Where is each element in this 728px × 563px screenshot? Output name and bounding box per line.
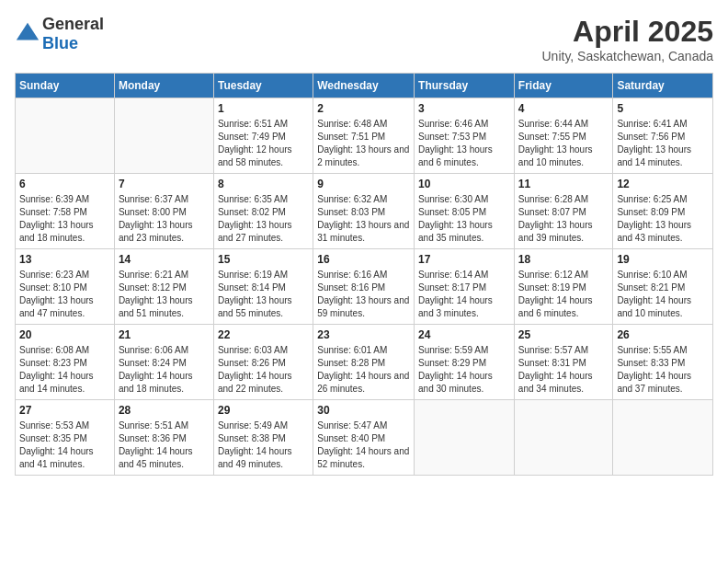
day-number: 25 — [518, 328, 609, 341]
calendar-week-5: 27Sunrise: 5:53 AMSunset: 8:35 PMDayligh… — [16, 400, 713, 476]
day-number: 17 — [418, 253, 510, 266]
day-number: 14 — [119, 253, 210, 266]
day-number: 19 — [617, 253, 709, 266]
day-info: Sunrise: 6:01 AMSunset: 8:28 PMDaylight:… — [317, 344, 410, 396]
day-info: Sunrise: 6:39 AMSunset: 7:58 PMDaylight:… — [19, 193, 110, 245]
day-info: Sunrise: 6:37 AMSunset: 8:00 PMDaylight:… — [119, 193, 210, 245]
calendar-cell: 18Sunrise: 6:12 AMSunset: 8:19 PMDayligh… — [514, 249, 613, 325]
calendar-cell: 3Sunrise: 6:46 AMSunset: 7:53 PMDaylight… — [415, 98, 515, 174]
day-info: Sunrise: 6:16 AMSunset: 8:16 PMDaylight:… — [317, 269, 410, 320]
logo-blue-text: Blue — [42, 34, 78, 52]
calendar-week-3: 13Sunrise: 6:23 AMSunset: 8:10 PMDayligh… — [16, 249, 713, 325]
month-title: April 2025 — [541, 15, 713, 49]
day-info: Sunrise: 6:14 AMSunset: 8:17 PMDaylight:… — [418, 269, 510, 320]
day-info: Sunrise: 5:49 AMSunset: 8:38 PMDaylight:… — [218, 419, 309, 471]
calendar-cell: 11Sunrise: 6:28 AMSunset: 8:07 PMDayligh… — [514, 174, 613, 249]
day-number: 7 — [119, 178, 210, 190]
calendar-week-2: 6Sunrise: 6:39 AMSunset: 7:58 PMDaylight… — [16, 174, 713, 249]
day-info: Sunrise: 6:35 AMSunset: 8:02 PMDaylight:… — [218, 193, 309, 245]
calendar-cell: 5Sunrise: 6:41 AMSunset: 7:56 PMDaylight… — [613, 98, 713, 174]
day-info: Sunrise: 6:41 AMSunset: 7:56 PMDaylight:… — [617, 118, 709, 169]
calendar-cell: 23Sunrise: 6:01 AMSunset: 8:28 PMDayligh… — [313, 325, 415, 400]
calendar-header-row: SundayMondayTuesdayWednesdayThursdayFrid… — [16, 74, 713, 98]
day-number: 8 — [218, 178, 309, 190]
day-info: Sunrise: 6:06 AMSunset: 8:24 PMDaylight:… — [119, 344, 210, 396]
calendar-cell: 20Sunrise: 6:08 AMSunset: 8:23 PMDayligh… — [16, 325, 115, 400]
calendar-cell: 7Sunrise: 6:37 AMSunset: 8:00 PMDaylight… — [114, 174, 213, 249]
calendar-cell: 27Sunrise: 5:53 AMSunset: 8:35 PMDayligh… — [16, 400, 115, 476]
calendar-cell: 16Sunrise: 6:16 AMSunset: 8:16 PMDayligh… — [313, 249, 415, 325]
weekday-header-thursday: Thursday — [415, 74, 515, 98]
day-info: Sunrise: 6:48 AMSunset: 7:51 PMDaylight:… — [317, 118, 410, 169]
page-header: General Blue April 2025 Unity, Saskatche… — [15, 15, 713, 63]
day-info: Sunrise: 6:19 AMSunset: 8:14 PMDaylight:… — [218, 269, 309, 320]
calendar-cell — [613, 400, 713, 476]
day-info: Sunrise: 6:44 AMSunset: 7:55 PMDaylight:… — [518, 118, 609, 169]
calendar-cell: 10Sunrise: 6:30 AMSunset: 8:05 PMDayligh… — [415, 174, 515, 249]
day-info: Sunrise: 6:25 AMSunset: 8:09 PMDaylight:… — [617, 193, 709, 245]
day-number: 9 — [317, 178, 410, 190]
day-number: 12 — [617, 178, 709, 190]
calendar-cell — [415, 400, 515, 476]
calendar-cell: 12Sunrise: 6:25 AMSunset: 8:09 PMDayligh… — [613, 174, 713, 249]
weekday-header-tuesday: Tuesday — [213, 74, 313, 98]
day-info: Sunrise: 6:03 AMSunset: 8:26 PMDaylight:… — [218, 344, 309, 396]
day-number: 16 — [317, 253, 410, 266]
calendar-cell: 2Sunrise: 6:48 AMSunset: 7:51 PMDaylight… — [313, 98, 415, 174]
calendar-cell: 9Sunrise: 6:32 AMSunset: 8:03 PMDaylight… — [313, 174, 415, 249]
weekday-header-monday: Monday — [114, 74, 213, 98]
day-number: 6 — [19, 178, 110, 190]
calendar-cell: 26Sunrise: 5:55 AMSunset: 8:33 PMDayligh… — [613, 325, 713, 400]
day-number: 22 — [218, 328, 309, 341]
day-info: Sunrise: 6:28 AMSunset: 8:07 PMDaylight:… — [518, 193, 609, 245]
day-info: Sunrise: 5:47 AMSunset: 8:40 PMDaylight:… — [317, 419, 410, 471]
weekday-header-wednesday: Wednesday — [313, 74, 415, 98]
calendar-body: 1Sunrise: 6:51 AMSunset: 7:49 PMDaylight… — [16, 98, 713, 476]
calendar-week-1: 1Sunrise: 6:51 AMSunset: 7:49 PMDaylight… — [16, 98, 713, 174]
day-number: 3 — [418, 102, 510, 115]
day-number: 30 — [317, 404, 410, 417]
day-info: Sunrise: 5:53 AMSunset: 8:35 PMDaylight:… — [19, 419, 110, 471]
day-number: 2 — [317, 102, 410, 115]
title-area: April 2025 Unity, Saskatchewan, Canada — [541, 15, 713, 63]
calendar-cell: 19Sunrise: 6:10 AMSunset: 8:21 PMDayligh… — [613, 249, 713, 325]
day-number: 4 — [518, 102, 609, 115]
day-info: Sunrise: 6:23 AMSunset: 8:10 PMDaylight:… — [19, 269, 110, 320]
weekday-header-saturday: Saturday — [613, 74, 713, 98]
calendar-cell: 6Sunrise: 6:39 AMSunset: 7:58 PMDaylight… — [16, 174, 115, 249]
day-number: 1 — [218, 102, 309, 115]
calendar-cell: 17Sunrise: 6:14 AMSunset: 8:17 PMDayligh… — [415, 249, 515, 325]
day-info: Sunrise: 6:46 AMSunset: 7:53 PMDaylight:… — [418, 118, 510, 169]
day-info: Sunrise: 5:57 AMSunset: 8:31 PMDaylight:… — [518, 344, 609, 396]
calendar-cell: 15Sunrise: 6:19 AMSunset: 8:14 PMDayligh… — [213, 249, 313, 325]
day-info: Sunrise: 6:10 AMSunset: 8:21 PMDaylight:… — [617, 269, 709, 320]
calendar-cell: 14Sunrise: 6:21 AMSunset: 8:12 PMDayligh… — [114, 249, 213, 325]
day-number: 23 — [317, 328, 410, 341]
day-info: Sunrise: 5:51 AMSunset: 8:36 PMDaylight:… — [119, 419, 210, 471]
day-info: Sunrise: 6:30 AMSunset: 8:05 PMDaylight:… — [418, 193, 510, 245]
day-number: 26 — [617, 328, 709, 341]
calendar-cell: 29Sunrise: 5:49 AMSunset: 8:38 PMDayligh… — [213, 400, 313, 476]
calendar-cell — [16, 98, 115, 174]
day-number: 13 — [19, 253, 110, 266]
weekday-header-friday: Friday — [514, 74, 613, 98]
day-info: Sunrise: 6:12 AMSunset: 8:19 PMDaylight:… — [518, 269, 609, 320]
day-number: 29 — [218, 404, 309, 417]
logo: General Blue — [15, 15, 104, 53]
day-number: 5 — [617, 102, 709, 115]
day-number: 28 — [119, 404, 210, 417]
calendar-table: SundayMondayTuesdayWednesdayThursdayFrid… — [15, 73, 713, 476]
calendar-cell: 4Sunrise: 6:44 AMSunset: 7:55 PMDaylight… — [514, 98, 613, 174]
day-info: Sunrise: 6:51 AMSunset: 7:49 PMDaylight:… — [218, 118, 309, 169]
calendar-cell — [114, 98, 213, 174]
day-info: Sunrise: 6:08 AMSunset: 8:23 PMDaylight:… — [19, 344, 110, 396]
calendar-cell — [514, 400, 613, 476]
calendar-cell: 30Sunrise: 5:47 AMSunset: 8:40 PMDayligh… — [313, 400, 415, 476]
svg-marker-0 — [17, 23, 39, 40]
weekday-header-sunday: Sunday — [16, 74, 115, 98]
day-number: 11 — [518, 178, 609, 190]
day-info: Sunrise: 6:32 AMSunset: 8:03 PMDaylight:… — [317, 193, 410, 245]
calendar-cell: 24Sunrise: 5:59 AMSunset: 8:29 PMDayligh… — [415, 325, 515, 400]
day-info: Sunrise: 5:55 AMSunset: 8:33 PMDaylight:… — [617, 344, 709, 396]
day-number: 10 — [418, 178, 510, 190]
